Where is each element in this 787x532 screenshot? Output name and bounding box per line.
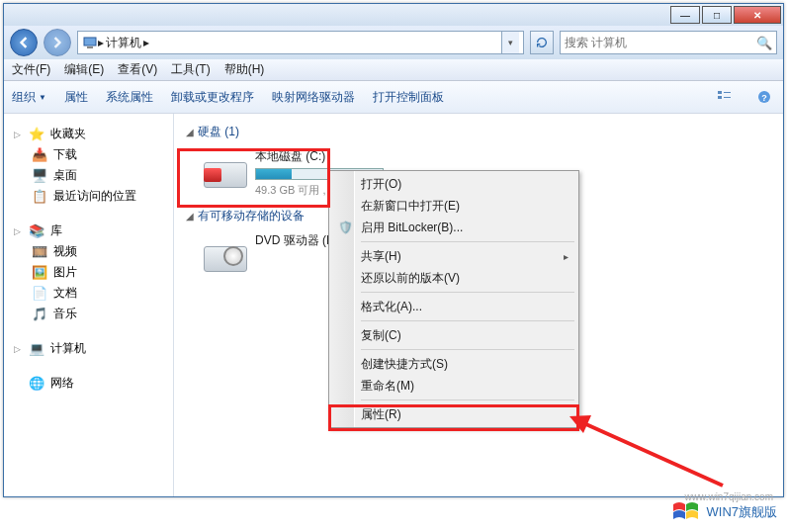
document-icon: 📄 (32, 286, 47, 302)
ctx-copy[interactable]: 复制(C) (331, 324, 576, 346)
sidebar-item-label: 最近访问的位置 (53, 188, 136, 205)
menu-view[interactable]: 查看(V) (118, 61, 157, 78)
windows-flag-icon (671, 500, 701, 524)
chevron-down-icon: ▷ (14, 130, 23, 139)
group-header-hdd[interactable]: ◢硬盘 (1) (186, 124, 771, 140)
breadcrumb[interactable]: ▸ 计算机 ▸ (98, 35, 149, 51)
menu-edit[interactable]: 编辑(E) (64, 61, 104, 78)
sidebar-favorites[interactable]: ▷⭐收藏夹 (4, 124, 173, 144)
address-dropdown[interactable]: ▾ (501, 32, 519, 53)
shield-icon: 🛡️ (337, 220, 353, 235)
ctx-label: 打开(O) (361, 176, 401, 193)
watermark-text: WIN7旗舰版 (707, 503, 778, 521)
drive-name: 本地磁盘 (C:) (255, 148, 384, 165)
ctx-label: 复制(C) (361, 327, 401, 344)
search-icon: 🔍 (756, 36, 772, 50)
ctx-label: 还原以前的版本(V) (361, 270, 460, 287)
breadcrumb-arrow: ▸ (98, 36, 104, 49)
separator (361, 349, 574, 350)
svg-rect-4 (724, 92, 731, 93)
toolbar: 组织 ▼ 属性 系统属性 卸载或更改程序 映射网络驱动器 打开控制面板 ? (4, 81, 783, 114)
ctx-label: 属性(R) (361, 406, 401, 423)
ctx-label: 在新窗口中打开(E) (361, 198, 460, 215)
watermark: WIN7旗舰版 (671, 500, 778, 524)
sidebar-item-videos[interactable]: 🎞️视频 (4, 241, 173, 262)
toolbar-control[interactable]: 打开控制面板 (373, 89, 444, 106)
drive-icon (204, 148, 247, 188)
sidebar-item-label: 视频 (53, 243, 77, 260)
search-input[interactable] (565, 36, 756, 49)
sidebar-item-label: 库 (50, 222, 62, 239)
group-label: 硬盘 (1) (198, 124, 239, 140)
sidebar-item-label: 图片 (53, 264, 77, 281)
video-icon: 🎞️ (32, 244, 47, 260)
ctx-rename[interactable]: 重命名(M) (331, 375, 576, 397)
arrow-right-icon (51, 37, 63, 48)
chevron-icon: ▷ (14, 344, 23, 354)
group-label: 有可移动存储的设备 (198, 208, 305, 224)
toolbar-mapdrive[interactable]: 映射网络驱动器 (272, 89, 355, 106)
dvd-icon (204, 232, 247, 272)
ctx-label: 启用 BitLocker(B)... (361, 220, 463, 236)
sidebar-item-documents[interactable]: 📄文档 (4, 283, 173, 304)
sidebar-item-music[interactable]: 🎵音乐 (4, 304, 173, 324)
help-button[interactable]: ? (753, 86, 775, 108)
breadcrumb-label: 计算机 (106, 35, 141, 51)
sidebar-item-desktop[interactable]: 🖥️桌面 (4, 165, 173, 186)
computer-icon (82, 35, 98, 50)
collapse-icon: ◢ (186, 127, 194, 137)
ctx-format[interactable]: 格式化(A)... (331, 296, 576, 317)
menu-file[interactable]: 文件(F) (12, 61, 50, 78)
menu-help[interactable]: 帮助(H) (224, 61, 265, 78)
sidebar-item-label: 文档 (53, 285, 77, 302)
back-button[interactable] (10, 29, 38, 56)
sidebar-item-label: 网络 (50, 375, 74, 392)
view-mode-button[interactable] (714, 86, 736, 108)
sidebar-item-pictures[interactable]: 🖼️图片 (4, 262, 173, 283)
toolbar-uninstall[interactable]: 卸载或更改程序 (171, 89, 254, 106)
ctx-restore[interactable]: 还原以前的版本(V) (331, 267, 576, 289)
network-icon: 🌐 (29, 376, 44, 392)
minimize-button[interactable]: — (670, 6, 700, 24)
maximize-button[interactable]: □ (702, 6, 732, 24)
menu-bar: 文件(F) 编辑(E) 查看(V) 工具(T) 帮助(H) (4, 59, 783, 81)
star-icon: ⭐ (29, 127, 44, 142)
sidebar-item-label: 计算机 (50, 340, 86, 357)
sidebar: ▷⭐收藏夹 📥下载 🖥️桌面 📋最近访问的位置 ▷📚库 🎞️视频 🖼️图片 📄文… (4, 114, 174, 496)
picture-icon: 🖼️ (32, 265, 47, 281)
ctx-properties[interactable]: 属性(R) (331, 403, 576, 425)
recent-icon: 📋 (32, 189, 47, 205)
library-icon: 📚 (29, 223, 44, 239)
collapse-icon: ◢ (186, 211, 194, 222)
ctx-open-new[interactable]: 在新窗口中打开(E) (331, 195, 576, 217)
sidebar-item-network[interactable]: 🌐网络 (4, 373, 173, 394)
search-box[interactable]: 🔍 (560, 31, 777, 54)
ctx-shortcut[interactable]: 创建快捷方式(S) (331, 353, 576, 375)
desktop-icon: 🖥️ (32, 168, 47, 184)
toolbar-sysprops[interactable]: 系统属性 (106, 89, 153, 106)
help-icon: ? (756, 89, 772, 105)
forward-button[interactable] (44, 29, 71, 56)
separator (361, 320, 574, 321)
svg-rect-1 (87, 46, 93, 48)
separator (361, 241, 574, 242)
address-bar[interactable]: ▸ 计算机 ▸ ▾ (77, 31, 524, 54)
sidebar-item-computer[interactable]: ▷💻计算机 (4, 338, 173, 359)
ctx-share[interactable]: 共享(H)▸ (331, 245, 576, 267)
refresh-button[interactable] (530, 31, 554, 54)
sidebar-libraries[interactable]: ▷📚库 (4, 221, 173, 241)
svg-text:?: ? (761, 93, 767, 103)
ctx-label: 格式化(A)... (361, 299, 422, 315)
menu-tools[interactable]: 工具(T) (171, 61, 210, 78)
drive-info: DVD 驱动器 (D (255, 232, 335, 249)
svg-rect-0 (84, 38, 96, 45)
chevron-down-icon: ▷ (14, 226, 23, 236)
sidebar-item-recent[interactable]: 📋最近访问的位置 (4, 186, 173, 207)
toolbar-properties[interactable]: 属性 (64, 89, 88, 106)
sidebar-item-downloads[interactable]: 📥下载 (4, 144, 173, 165)
ctx-open[interactable]: 打开(O) (331, 173, 576, 195)
toolbar-organize[interactable]: 组织 ▼ (12, 89, 46, 106)
close-button[interactable]: ✕ (734, 6, 781, 24)
ctx-bitlocker[interactable]: 🛡️启用 BitLocker(B)... (331, 217, 576, 238)
svg-rect-3 (718, 96, 722, 99)
